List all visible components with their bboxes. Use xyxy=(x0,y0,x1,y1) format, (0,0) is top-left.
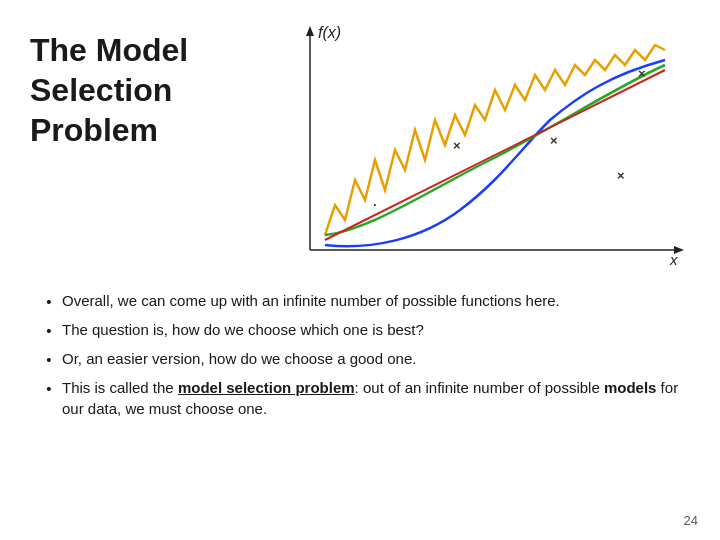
bullet-item-1: • Overall, we can come up with an infini… xyxy=(40,290,690,312)
bullet-list: • Overall, we can come up with an infini… xyxy=(30,290,690,419)
models-bold: models xyxy=(604,379,657,396)
slide: The Model Selection Problem f(x) x xyxy=(0,0,720,540)
svg-text:x: x xyxy=(669,251,678,268)
bullet-item-3: • Or, an easier version, how do we choos… xyxy=(40,348,690,370)
title-line1: The Model xyxy=(30,32,188,68)
title-line3: Problem xyxy=(30,112,158,148)
slide-title: The Model Selection Problem xyxy=(30,30,260,150)
bullet-dot-4: • xyxy=(40,378,58,399)
svg-text:×: × xyxy=(550,133,558,148)
svg-text:×: × xyxy=(453,138,461,153)
svg-text:·: · xyxy=(373,197,377,212)
bullet-dot-1: • xyxy=(40,291,58,312)
page-number: 24 xyxy=(684,513,698,528)
chart-svg: f(x) x × × × × xyxy=(270,20,690,280)
model-selection-problem-label: model selection problem xyxy=(178,379,355,396)
bullet-item-4: • This is called the model selection pro… xyxy=(40,377,690,419)
svg-text:×: × xyxy=(617,168,625,183)
bullet-dot-2: • xyxy=(40,320,58,341)
top-section: The Model Selection Problem f(x) x xyxy=(30,20,690,280)
chart-area: f(x) x × × × × xyxy=(270,20,690,280)
bullet-text-1: Overall, we can come up with an infinite… xyxy=(62,290,690,311)
title-block: The Model Selection Problem xyxy=(30,20,260,150)
svg-text:f(x): f(x) xyxy=(318,24,341,41)
svg-text:×: × xyxy=(638,66,646,81)
svg-marker-2 xyxy=(306,26,314,36)
bullet-text-4: This is called the model selection probl… xyxy=(62,377,690,419)
bullet-text-3: Or, an easier version, how do we choose … xyxy=(62,348,690,369)
bullet-dot-3: • xyxy=(40,349,58,370)
bullet-text-2: The question is, how do we choose which … xyxy=(62,319,690,340)
title-line2: Selection xyxy=(30,72,172,108)
bullet-item-2: • The question is, how do we choose whic… xyxy=(40,319,690,341)
